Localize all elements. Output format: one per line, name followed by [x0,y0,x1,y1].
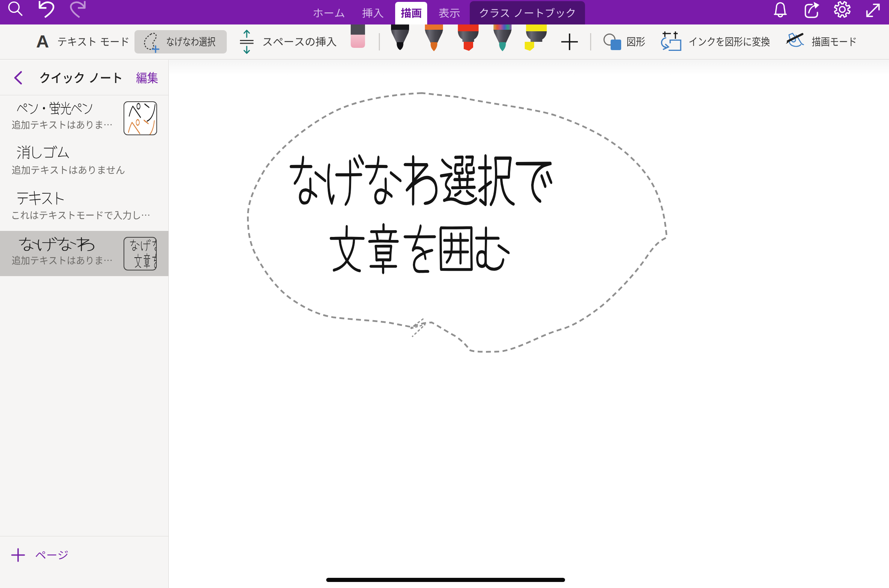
svg-text:A: A [36,31,49,51]
